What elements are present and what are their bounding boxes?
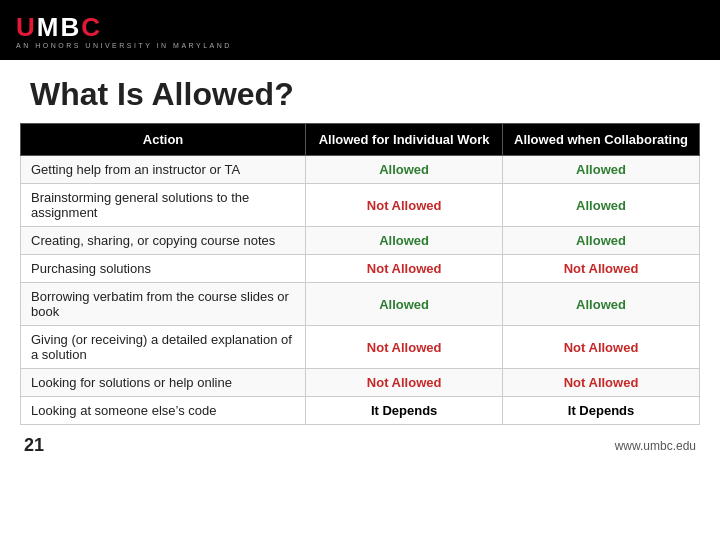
cell-action: Creating, sharing, or copying course not… (21, 227, 306, 255)
cell-individual: Not Allowed (306, 369, 503, 397)
cell-individual: Allowed (306, 283, 503, 326)
table-row: Getting help from an instructor or TAAll… (21, 156, 700, 184)
table-row: Borrowing verbatim from the course slide… (21, 283, 700, 326)
allowed-table: Action Allowed for Individual Work Allow… (20, 123, 700, 425)
table-row: Giving (or receiving) a detailed explana… (21, 326, 700, 369)
table-row: Purchasing solutionsNot AllowedNot Allow… (21, 255, 700, 283)
cell-collaborating: Not Allowed (503, 369, 700, 397)
page-number: 21 (24, 435, 44, 456)
umbc-logo: UMBC AN HONORS UNIVERSITY IN MARYLAND (16, 14, 704, 49)
table-row: Looking for solutions or help onlineNot … (21, 369, 700, 397)
footer-url: www.umbc.edu (615, 439, 696, 453)
col-collaborating: Allowed when Collaborating (503, 124, 700, 156)
cell-collaborating: It Depends (503, 397, 700, 425)
table-wrapper: Action Allowed for Individual Work Allow… (0, 123, 720, 425)
cell-action: Getting help from an instructor or TA (21, 156, 306, 184)
cell-collaborating: Allowed (503, 184, 700, 227)
cell-individual: Not Allowed (306, 255, 503, 283)
cell-collaborating: Allowed (503, 283, 700, 326)
col-individual: Allowed for Individual Work (306, 124, 503, 156)
cell-collaborating: Not Allowed (503, 326, 700, 369)
cell-collaborating: Allowed (503, 156, 700, 184)
umbc-subtitle: AN HONORS UNIVERSITY IN MARYLAND (16, 42, 232, 49)
umbc-wordmark: UMBC (16, 14, 102, 40)
table-row: Looking at someone else’s codeIt Depends… (21, 397, 700, 425)
cell-action: Looking for solutions or help online (21, 369, 306, 397)
table-row: Creating, sharing, or copying course not… (21, 227, 700, 255)
header: UMBC AN HONORS UNIVERSITY IN MARYLAND (0, 0, 720, 60)
cell-action: Brainstorming general solutions to the a… (21, 184, 306, 227)
cell-action: Borrowing verbatim from the course slide… (21, 283, 306, 326)
table-header-row: Action Allowed for Individual Work Allow… (21, 124, 700, 156)
cell-individual: Not Allowed (306, 184, 503, 227)
cell-individual: Allowed (306, 156, 503, 184)
cell-individual: Not Allowed (306, 326, 503, 369)
col-action: Action (21, 124, 306, 156)
footer: 21 www.umbc.edu (0, 427, 720, 460)
cell-collaborating: Not Allowed (503, 255, 700, 283)
cell-action: Looking at someone else’s code (21, 397, 306, 425)
cell-action: Giving (or receiving) a detailed explana… (21, 326, 306, 369)
cell-collaborating: Allowed (503, 227, 700, 255)
cell-individual: Allowed (306, 227, 503, 255)
page-title: What Is Allowed? (0, 60, 720, 123)
cell-individual: It Depends (306, 397, 503, 425)
cell-action: Purchasing solutions (21, 255, 306, 283)
table-row: Brainstorming general solutions to the a… (21, 184, 700, 227)
